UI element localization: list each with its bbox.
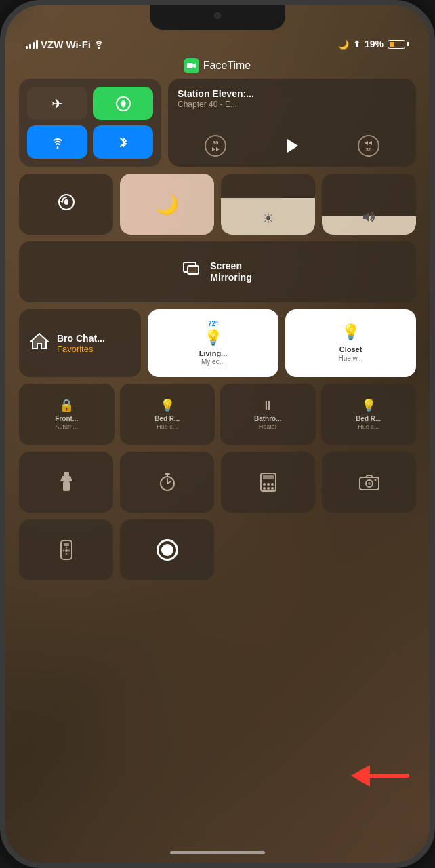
flashlight-button[interactable] — [19, 452, 113, 513]
np-info: Station Eleven:... Chapter 40 - E... — [178, 88, 407, 109]
bedroom2-title: Bed R... — [356, 415, 381, 423]
np-subtitle: Chapter 40 - E... — [178, 100, 407, 109]
bedroom2-subtitle: Hue c... — [358, 423, 379, 431]
calculator-icon — [260, 473, 276, 492]
brightness-icon: ☀ — [262, 210, 274, 226]
svg-point-19 — [271, 487, 274, 490]
svg-point-23 — [374, 479, 376, 481]
home-button[interactable]: Bro Chat... Favorites — [19, 309, 141, 377]
home-indicator[interactable] — [170, 851, 265, 854]
wifi-icon — [49, 136, 66, 149]
svg-point-14 — [263, 483, 266, 486]
svg-point-22 — [368, 482, 371, 485]
skip-back-button[interactable]: 30 — [205, 135, 226, 157]
bedroom1-title: Bed R... — [154, 415, 180, 423]
remote-button[interactable] — [19, 519, 113, 580]
svg-point-26 — [65, 549, 68, 552]
bathroom-title: Bathro... — [254, 415, 282, 423]
svg-rect-9 — [64, 472, 69, 476]
cellular-icon — [115, 96, 131, 112]
control-center: ✈ — [19, 79, 416, 835]
phone-frame: VZW Wi-Fi 🌙 ⬆ 19% — [0, 0, 435, 868]
mute-button[interactable] — [0, 114, 3, 141]
notch — [150, 5, 285, 30]
living-room-tile[interactable]: 72° 💡 Living... My ec... — [148, 309, 278, 377]
do-not-disturb-button[interactable]: 🌙 — [120, 174, 214, 235]
play-icon — [285, 138, 299, 154]
calculator-button[interactable] — [221, 452, 315, 513]
closet-hue-title: Closet — [339, 345, 362, 354]
record-inner — [157, 539, 178, 561]
skip-forward-button[interactable]: 30 — [358, 135, 379, 157]
screen-mirroring-button[interactable]: Screen Mirroring — [19, 241, 416, 302]
flashlight-icon — [59, 472, 74, 492]
timer-button[interactable] — [120, 452, 214, 513]
cellular-button[interactable] — [93, 87, 153, 120]
front-door-icon: 🔒 — [59, 398, 74, 413]
timer-icon — [158, 473, 177, 492]
facetime-icon — [184, 58, 199, 73]
volume-up-button[interactable] — [0, 155, 3, 195]
camera-button[interactable] — [322, 452, 416, 513]
bathroom-icon: ⏸ — [262, 399, 274, 413]
now-playing-widget[interactable]: Station Eleven:... Chapter 40 - E... 30 — [168, 79, 416, 167]
screen-mirroring-icon — [183, 262, 203, 283]
signal-icon — [26, 39, 38, 49]
np-controls: 30 30 — [178, 134, 407, 157]
power-button[interactable] — [432, 141, 435, 195]
connectivity-block: ✈ — [19, 79, 161, 167]
bathroom-tile[interactable]: ⏸ Bathro... Heater — [220, 384, 316, 445]
svg-rect-6 — [64, 199, 68, 205]
rotation-lock-icon — [57, 193, 76, 216]
svg-point-16 — [271, 483, 274, 486]
bottom-row — [19, 519, 416, 580]
living-room-icon: 💡 — [204, 329, 222, 347]
bedroom1-subtitle: Hue c... — [157, 423, 178, 431]
facetime-notification[interactable]: FaceTime — [184, 58, 251, 73]
home-subtitle: Favorites — [57, 344, 105, 354]
svg-point-17 — [263, 487, 266, 490]
moon-icon: 🌙 — [338, 39, 349, 50]
moon-toggle-icon: 🌙 — [155, 193, 179, 216]
carrier-label: VZW Wi-Fi — [41, 39, 91, 50]
svg-rect-25 — [64, 543, 69, 546]
bluetooth-button[interactable] — [93, 125, 153, 159]
front-door-title: Front... — [55, 415, 78, 423]
utilities-row — [19, 452, 416, 513]
battery-fill — [390, 42, 394, 47]
living-room-title: Living... — [199, 349, 228, 358]
bedroom2-tile[interactable]: 💡 Bed R... Hue c... — [321, 384, 417, 445]
np-title: Station Eleven:... — [178, 88, 407, 100]
screen-record-button[interactable] — [120, 519, 214, 580]
bedroom1-tile[interactable]: 💡 Bed R... Hue c... — [120, 384, 215, 445]
front-door-tile[interactable]: 🔒 Front... Autum... — [19, 384, 115, 445]
svg-rect-1 — [187, 63, 193, 68]
closet-hue-tile[interactable]: 💡 Closet Hue w... — [285, 309, 416, 377]
home-row: Bro Chat... Favorites 72° 💡 Living... My… — [19, 309, 416, 377]
wifi-toggle-button[interactable] — [27, 125, 87, 159]
svg-point-30 — [65, 547, 67, 549]
bluetooth-icon — [118, 134, 129, 151]
location-icon: ⬆ — [353, 39, 360, 50]
toggles-row: 🌙 ☀ — [19, 174, 416, 235]
screen-mirroring-label: Screen Mirroring — [210, 260, 251, 283]
home-title: Bro Chat... — [57, 333, 105, 344]
airplane-icon: ✈ — [51, 96, 63, 112]
connectivity-row: ✈ — [19, 79, 416, 167]
rotation-lock-button[interactable] — [19, 174, 113, 235]
svg-point-27 — [62, 550, 64, 552]
arrow-head — [351, 765, 370, 787]
living-room-subtitle: My ec... — [201, 358, 225, 366]
volume-slider[interactable] — [322, 174, 416, 235]
facetime-label: FaceTime — [203, 60, 251, 72]
play-button[interactable] — [281, 134, 304, 157]
svg-rect-13 — [263, 475, 274, 479]
volume-down-button[interactable] — [0, 209, 3, 250]
svg-rect-10 — [63, 481, 70, 491]
bedroom2-icon: 💡 — [361, 398, 376, 413]
home-icon — [30, 332, 49, 355]
airplane-mode-button[interactable]: ✈ — [27, 87, 87, 120]
brightness-slider[interactable]: ☀ — [221, 174, 315, 235]
home-text: Bro Chat... Favorites — [57, 333, 105, 354]
front-camera — [214, 12, 221, 19]
